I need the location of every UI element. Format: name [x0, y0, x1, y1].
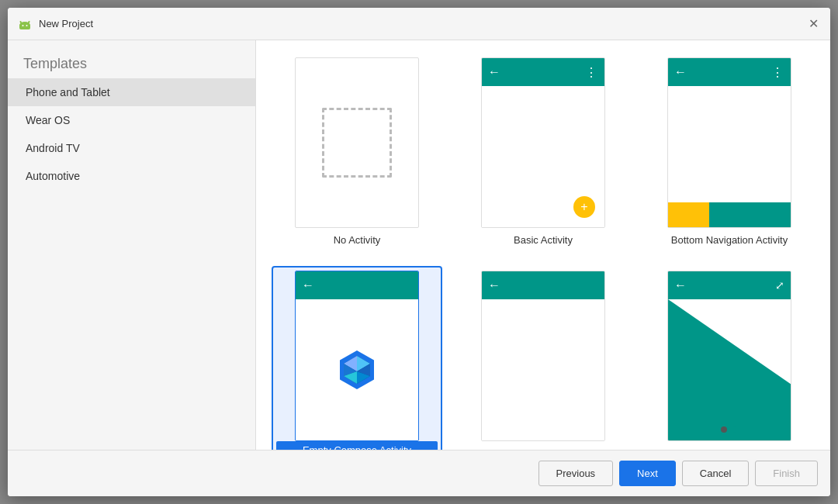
- template-no-activity[interactable]: No Activity: [272, 53, 442, 250]
- svg-point-4: [23, 25, 24, 26]
- sidebar-item-wear-os[interactable]: Wear OS: [8, 106, 255, 134]
- next-button[interactable]: Next: [619, 461, 676, 486]
- no-activity-preview: [295, 57, 419, 228]
- menu-dots-icon: ⋮: [585, 65, 598, 80]
- template-bottom-nav[interactable]: ← ⋮ Bottom Navigation Activity: [644, 53, 815, 250]
- previous-button[interactable]: Previous: [538, 461, 614, 486]
- sidebar: Templates Phone and Tablet Wear OS Andro…: [8, 40, 256, 450]
- svg-line-3: [28, 22, 29, 24]
- back-arrow-icon2: ←: [674, 65, 687, 79]
- templates-grid: No Activity ← ⋮ +: [272, 53, 815, 450]
- back-arrow-icon: ←: [488, 65, 500, 79]
- compose-back-icon: ←: [302, 278, 314, 292]
- fullscreen-nav-dots: [721, 426, 738, 433]
- fullscreen-preview: ← ⤢: [667, 271, 791, 441]
- sidebar-item-phone-tablet[interactable]: Phone and Tablet: [8, 78, 255, 106]
- template-basic-activity[interactable]: ← ⋮ + Basic Activity: [458, 53, 628, 250]
- android-icon: [17, 16, 33, 32]
- title-bar: New Project ✕: [8, 8, 830, 40]
- bottom-bar: Previous Next Cancel Finish: [8, 450, 830, 496]
- content-area: Templates Phone and Tablet Wear OS Andro…: [8, 40, 830, 450]
- fullscreen-expand-icon: ⤢: [775, 279, 784, 292]
- svg-rect-1: [19, 24, 30, 29]
- fullscreen-back-icon: ←: [674, 278, 687, 292]
- basic-activity-preview: ← ⋮ +: [481, 57, 605, 228]
- bottom-nav-bar: [668, 202, 791, 227]
- dialog-title: New Project: [39, 18, 805, 29]
- cancel-button[interactable]: Cancel: [682, 461, 749, 486]
- new-project-dialog: New Project ✕ Templates Phone and Tablet…: [8, 8, 830, 496]
- sidebar-templates-label: Templates: [8, 47, 255, 78]
- compose-preview: ←: [295, 271, 419, 441]
- svg-point-5: [26, 25, 28, 26]
- template-empty-activity[interactable]: ← Empty Activity: [458, 266, 628, 450]
- compose-logo: [334, 347, 380, 393]
- close-button[interactable]: ✕: [805, 16, 821, 32]
- main-content[interactable]: No Activity ← ⋮ +: [256, 40, 830, 450]
- fab-icon: +: [573, 196, 595, 218]
- bottom-nav-label: Bottom Navigation Activity: [671, 234, 788, 246]
- template-empty-compose[interactable]: ←: [272, 266, 442, 450]
- empty-activity-preview: ←: [481, 271, 605, 441]
- compose-label: Empty Compose Activity: [276, 441, 438, 450]
- compose-body: [296, 299, 418, 440]
- sidebar-item-automotive[interactable]: Automotive: [8, 162, 255, 190]
- sidebar-item-android-tv[interactable]: Android TV: [8, 134, 255, 162]
- template-fullscreen[interactable]: ← ⤢ Fullscreen Activity: [644, 266, 815, 450]
- empty-back-icon: ←: [488, 278, 500, 292]
- fullscreen-diagonal: [668, 299, 791, 440]
- basic-activity-label: Basic Activity: [514, 234, 573, 246]
- svg-line-2: [21, 22, 23, 24]
- finish-button[interactable]: Finish: [755, 461, 818, 486]
- dashed-box: [322, 108, 392, 178]
- menu-dots-icon2: ⋮: [771, 65, 784, 80]
- bottom-nav-preview: ← ⋮: [667, 57, 791, 228]
- no-activity-label: No Activity: [334, 234, 381, 246]
